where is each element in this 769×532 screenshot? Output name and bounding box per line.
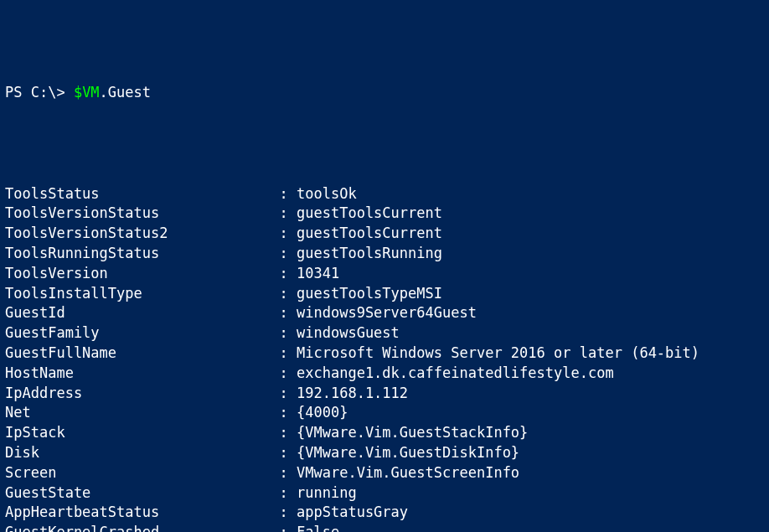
property-name: ToolsStatus [5,184,271,204]
output-row: GuestId : windows9Server64Guest [5,303,764,323]
property-separator: : [271,523,297,532]
property-value: VMware.Vim.GuestScreenInfo [297,463,519,483]
output-row: ToolsVersion : 10341 [5,264,764,284]
output-row: AppHeartbeatStatus : appStatusGray [5,503,764,523]
property-value: guestToolsTypeMSI [297,284,442,304]
output-row: Screen : VMware.Vim.GuestScreenInfo [5,463,764,483]
property-separator: : [271,423,297,443]
output-row: IpAddress : 192.168.1.112 [5,384,764,404]
property-value: guestToolsRunning [297,244,442,264]
output-row: Disk : {VMware.Vim.GuestDiskInfo} [5,443,764,463]
output-row: GuestKernelCrashed : False [5,523,764,532]
property-value: {4000} [297,403,348,423]
property-value: windowsGuest [297,323,400,343]
property-name: GuestFullName [5,343,271,364]
property-separator: : [271,384,297,404]
property-separator: : [271,443,297,463]
blank-output-gap [5,124,764,164]
property-name: ToolsVersionStatus [5,204,271,224]
property-value: Microsoft Windows Server 2016 or later (… [297,343,699,364]
property-value: exchange1.dk.caffeinatedlifestyle.com [297,364,614,384]
output-row: ToolsVersionStatus2 : guestToolsCurrent [5,224,764,244]
property-separator: : [271,364,297,384]
property-name: GuestFamily [5,323,271,343]
property-value: 192.168.1.112 [297,384,408,404]
prompt-property: .Guest [100,84,151,101]
property-separator: : [271,323,297,343]
property-separator: : [271,463,297,483]
prompt-variable: $VM [74,84,100,101]
property-name: GuestKernelCrashed [5,523,271,532]
property-separator: : [271,284,297,304]
output-row: ToolsVersionStatus : guestToolsCurrent [5,204,764,224]
property-value: appStatusGray [297,503,408,523]
property-separator: : [271,244,297,264]
output-row: GuestFullName : Microsoft Windows Server… [5,343,764,364]
property-name: ToolsRunningStatus [5,244,271,264]
output-row: ToolsRunningStatus : guestToolsRunning [5,244,764,264]
property-value: running [297,483,357,504]
property-separator: : [271,503,297,523]
output-row: ToolsInstallType : guestToolsTypeMSI [5,284,764,304]
property-name: IpStack [5,423,271,443]
output-row: Net : {4000} [5,403,764,423]
property-name: HostName [5,364,271,384]
property-name: Screen [5,463,271,483]
output-row: GuestFamily : windowsGuest [5,323,764,343]
property-separator: : [271,204,297,224]
property-separator: : [271,303,297,323]
output-container: ToolsStatus : toolsOkToolsVersionStatus … [5,184,764,532]
property-name: Net [5,403,271,423]
property-separator: : [271,264,297,284]
property-value: toolsOk [297,184,357,204]
property-name: ToolsInstallType [5,284,271,304]
output-row: IpStack : {VMware.Vim.GuestStackInfo} [5,423,764,443]
property-separator: : [271,483,297,504]
property-name: ToolsVersionStatus2 [5,224,271,244]
output-row: GuestState : running [5,483,764,504]
property-value: guestToolsCurrent [297,204,442,224]
property-separator: : [271,343,297,364]
property-separator: : [271,403,297,423]
property-name: Disk [5,443,271,463]
property-value: windows9Server64Guest [297,303,477,323]
property-name: IpAddress [5,384,271,404]
property-name: AppHeartbeatStatus [5,503,271,523]
property-name: GuestId [5,303,271,323]
property-value: {VMware.Vim.GuestStackInfo} [297,423,528,443]
prompt-prefix: PS C:\> [5,84,74,101]
property-name: GuestState [5,483,271,504]
output-row: HostName : exchange1.dk.caffeinatedlifes… [5,364,764,384]
property-name: ToolsVersion [5,264,271,284]
prompt-line[interactable]: PS C:\> $VM.Guest [5,83,764,103]
property-value: {VMware.Vim.GuestDiskInfo} [297,443,519,463]
property-value: guestToolsCurrent [297,224,442,244]
property-separator: : [271,184,297,204]
output-row: ToolsStatus : toolsOk [5,184,764,204]
property-value: False [297,523,339,532]
property-value: 10341 [297,264,339,284]
property-separator: : [271,224,297,244]
